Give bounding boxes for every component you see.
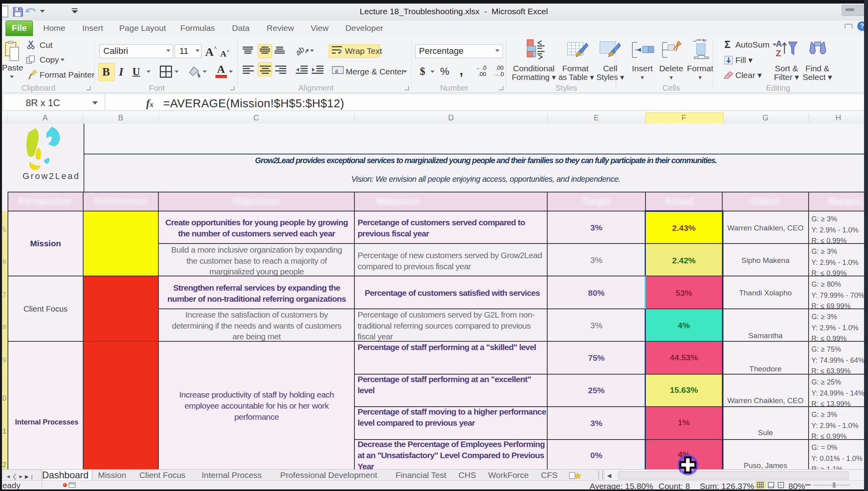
svg-text:Z: Z [776,48,781,58]
svg-text:Grow2Lead: Grow2Lead [23,171,80,181]
svg-text:ab: ab [297,45,306,57]
svg-text:a: a [335,67,338,74]
svg-text:A: A [776,39,782,49]
